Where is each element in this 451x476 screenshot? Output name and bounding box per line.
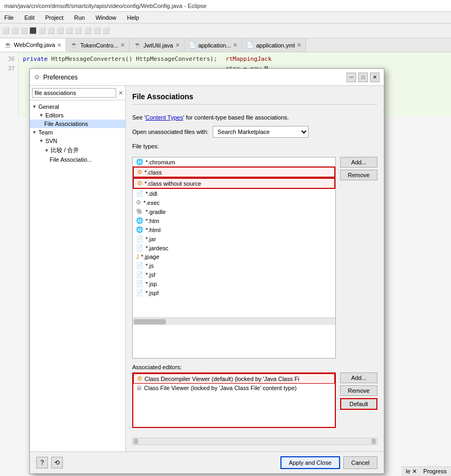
- file-type-gradle[interactable]: 🐘 *.gradle: [133, 207, 335, 216]
- description: See 'Content Types' for content-type bas…: [132, 114, 377, 121]
- search-clear-icon[interactable]: ✕: [118, 90, 123, 97]
- file-type-label-exec: *.exec: [143, 200, 160, 206]
- gradle-icon: 🐘: [136, 208, 143, 215]
- file-type-label-jspf: *.jspf: [146, 290, 158, 296]
- file-type-htm[interactable]: 🌐 *.htm: [133, 216, 335, 225]
- file-type-class-nosource[interactable]: ⚙ *.class without source: [133, 178, 335, 189]
- file-type-ddl[interactable]: 📄 *.ddl: [133, 189, 335, 198]
- file-type-jsp[interactable]: 📄 *.jsp: [133, 279, 335, 288]
- tab-label-application-yml: application.yml: [256, 42, 295, 49]
- file-type-jsf[interactable]: 📄 *.jsf: [133, 270, 335, 279]
- tree-item-general[interactable]: ▼ General: [30, 102, 125, 111]
- line-numbers: 36 37: [0, 52, 19, 116]
- open-unassociated-dropdown[interactable]: Search Marketplace: [213, 126, 309, 138]
- help-icon-btn[interactable]: ?: [36, 457, 48, 469]
- file-type-jpage[interactable]: J *.jpage: [133, 252, 335, 261]
- tree-item-file-associations[interactable]: File Associations: [30, 120, 125, 128]
- tab-close-application[interactable]: ✕: [233, 42, 237, 48]
- file-type-label-nosource: *.class without source: [144, 180, 201, 187]
- tree-item-team[interactable]: ▼ Team: [30, 128, 125, 137]
- menu-window[interactable]: Window: [93, 13, 118, 22]
- expand-arrow-team: ▼: [32, 130, 37, 135]
- associated-editors-section: Associated editors: ⚙ Class Decompiler V…: [132, 364, 377, 428]
- assoc-item-classfile[interactable]: 🏛 Class File Viewer (locked by 'Java Cla…: [133, 384, 335, 392]
- expand-arrow-editors: ▼: [39, 113, 44, 118]
- right-panel: File Associations See 'Content Types' fo…: [126, 86, 384, 451]
- tab-label-application: application...: [198, 42, 231, 49]
- open-unassociated-label: Open unassociated files with:: [132, 129, 208, 135]
- h-scroll-left: [134, 439, 138, 444]
- assoc-add-btn[interactable]: Add...: [340, 372, 377, 383]
- menu-run[interactable]: Run: [72, 13, 87, 22]
- tab-application[interactable]: 📄 application... ✕: [184, 38, 243, 52]
- file-type-remove-btn[interactable]: Remove: [340, 170, 377, 180]
- assoc-remove-btn[interactable]: Remove: [340, 385, 377, 396]
- file-type-label-js: *.js: [146, 263, 154, 269]
- h-scroll-bottom[interactable]: [132, 438, 377, 445]
- tree-item-file-assoc-svn[interactable]: File Associatio...: [30, 155, 125, 164]
- tree-item-svn[interactable]: ▼ SVN: [30, 137, 125, 145]
- menu-project[interactable]: Project: [43, 13, 66, 22]
- tab-label-jwtutil: JwtUtil.java: [143, 42, 173, 49]
- tree-item-compare[interactable]: ▼ 比较 / 合并: [30, 145, 125, 155]
- tab-close-application-yml[interactable]: ✕: [297, 42, 301, 48]
- dialog-maximize-btn[interactable]: □: [358, 73, 368, 82]
- apply-close-btn[interactable]: Apply and Close: [280, 456, 340, 469]
- tree-label-general: General: [38, 104, 59, 110]
- file-type-jar[interactable]: 📄 *.jar: [133, 234, 335, 243]
- dialog-minimize-btn[interactable]: ─: [347, 73, 356, 82]
- java-icon-2: ☕: [70, 42, 78, 49]
- tree-label-svn: SVN: [45, 138, 58, 144]
- file-type-buttons: Add... Remove: [340, 157, 377, 359]
- tab-close-webconfig[interactable]: ✕: [57, 42, 61, 48]
- preferences-search-input[interactable]: [32, 88, 116, 98]
- status-progress: Progress: [423, 468, 447, 475]
- file-type-label-jsp: *.jsp: [146, 281, 157, 287]
- status-bar: le ✕ Progress: [401, 466, 451, 476]
- tab-tokencontro[interactable]: ☕ TokenContro... ✕: [66, 38, 130, 52]
- tab-close-tokencontro[interactable]: ✕: [120, 42, 125, 48]
- assoc-list-wrap: ⚙ Class Decompiler Viewer (default) (loc…: [132, 372, 336, 428]
- assoc-buttons: Add... Remove Default: [340, 372, 377, 428]
- java-icon: ☕: [4, 42, 12, 49]
- file-types-label: File types:: [132, 143, 377, 149]
- file-type-class[interactable]: ⚙ *.class: [133, 166, 335, 178]
- file-type-chromium[interactable]: 🌐 *.chromium: [133, 157, 335, 166]
- file-type-jspf[interactable]: 📄 *.jspf: [133, 288, 335, 297]
- tree-label-editors: Editors: [45, 112, 63, 118]
- assoc-default-btn[interactable]: Default: [340, 398, 377, 410]
- menu-help[interactable]: Help: [125, 13, 141, 22]
- tree-content: ▼ General ▼ Editors File Associations: [30, 100, 125, 451]
- file-icon-jar: 📄: [136, 235, 143, 242]
- tree-item-editors[interactable]: ▼ Editors: [30, 111, 125, 120]
- assoc-item-decompiler[interactable]: ⚙ Class Decompiler Viewer (default) (loc…: [133, 374, 335, 384]
- menu-edit[interactable]: Edit: [22, 13, 37, 22]
- expand-arrow-svn: ▼: [39, 138, 44, 144]
- dialog-title-text: Preferences: [43, 74, 78, 81]
- cancel-btn[interactable]: Cancel: [343, 456, 377, 469]
- tab-jwtutil[interactable]: ☕ JwtUtil.java ✕: [130, 38, 184, 52]
- desc-suffix: ' for content-type based file associatio…: [183, 114, 288, 121]
- file-list-hscroll[interactable]: [133, 318, 335, 325]
- footer-right: Apply and Close Cancel: [280, 456, 377, 469]
- tab-webconfig[interactable]: ☕ WebConfig.java ✕: [0, 38, 66, 52]
- tab-close-jwtutil[interactable]: ✕: [175, 42, 180, 48]
- tab-application-yml[interactable]: 📄 application.yml ✕: [242, 38, 306, 52]
- toolbar-icons: ⬜ ⬜ ⬜ ⬛ ⬜ ⬜ ⬜ ⬜ ⬜ ⬜ ⬜ ⬜: [2, 27, 110, 34]
- menu-bar: File Edit Project Run Window Help: [0, 12, 451, 23]
- content-types-link[interactable]: Content Types: [146, 114, 183, 121]
- file-list[interactable]: 🌐 *.chromium ⚙ *.class ⚙ *.cl: [133, 157, 335, 318]
- file-type-exec[interactable]: ⚙ *.exec: [133, 198, 335, 207]
- file-type-add-btn[interactable]: Add...: [340, 157, 377, 168]
- dialog-close-btn[interactable]: ✕: [370, 73, 380, 82]
- file-type-jardesc[interactable]: 📄 *.jardesc: [133, 243, 335, 252]
- footer-left: ? ⟲: [36, 457, 63, 469]
- defaults-icon-btn[interactable]: ⟲: [51, 457, 63, 469]
- open-unassociated-row: Open unassociated files with: Search Mar…: [132, 126, 377, 138]
- toolbar: ⬜ ⬜ ⬜ ⬛ ⬜ ⬜ ⬜ ⬜ ⬜ ⬜ ⬜ ⬜: [0, 23, 451, 38]
- file-type-html[interactable]: 🌐 *.html: [133, 225, 335, 234]
- menu-file[interactable]: File: [2, 13, 16, 22]
- file-type-js[interactable]: 📄 *.js: [133, 261, 335, 270]
- assoc-list[interactable]: ⚙ Class Decompiler Viewer (default) (loc…: [133, 374, 335, 427]
- globe-icon-chromium: 🌐: [136, 158, 143, 165]
